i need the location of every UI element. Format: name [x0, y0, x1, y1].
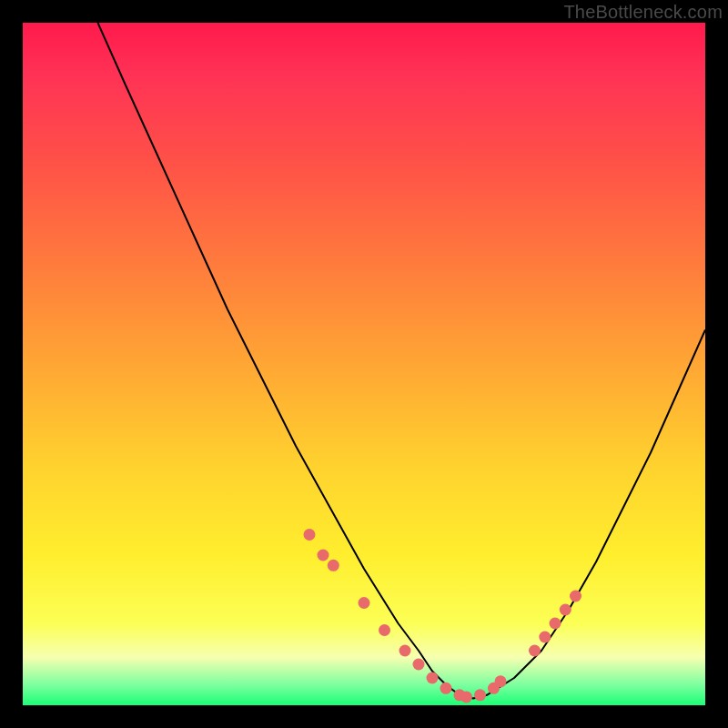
marker-dot: [440, 682, 452, 694]
marker-dot: [560, 604, 571, 616]
marker-dots-group: [304, 529, 582, 703]
marker-dot: [460, 692, 472, 703]
chart-svg: [23, 23, 705, 705]
marker-dot: [399, 645, 411, 657]
marker-dot: [495, 675, 507, 687]
marker-dot: [379, 624, 390, 636]
marker-dot: [539, 632, 551, 643]
marker-dot: [413, 659, 425, 671]
bottleneck-curve-path: [98, 23, 706, 699]
marker-dot: [474, 689, 486, 701]
marker-dot: [328, 560, 339, 571]
chart-frame: TheBottleneck.com: [0, 0, 728, 728]
marker-dot: [427, 672, 439, 684]
watermark-text: TheBottleneck.com: [563, 2, 723, 23]
marker-dot: [570, 591, 581, 602]
marker-dot: [304, 529, 316, 541]
marker-dot: [529, 645, 541, 657]
marker-dot: [550, 618, 561, 630]
marker-dot: [359, 597, 370, 609]
plot-area: [23, 23, 705, 705]
marker-dot: [318, 550, 329, 561]
bottleneck-curve-line: [98, 23, 706, 699]
